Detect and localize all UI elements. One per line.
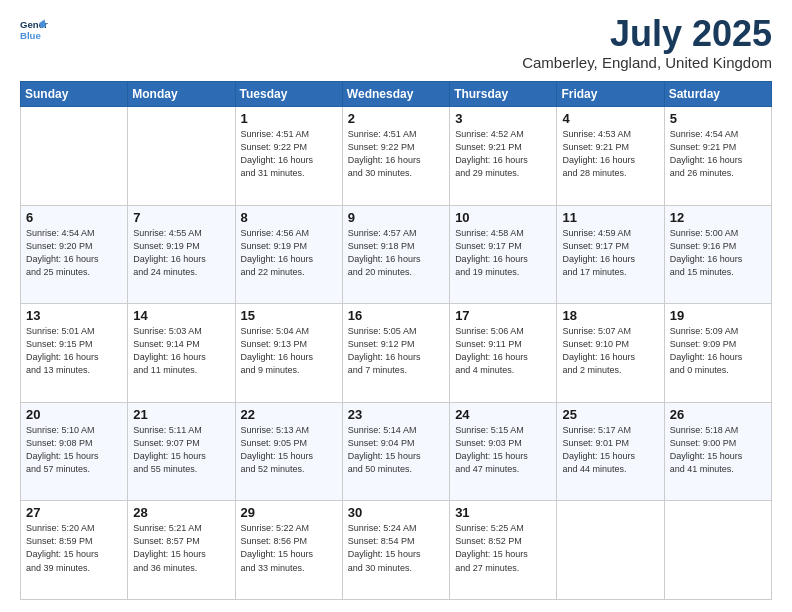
day-number: 28 bbox=[133, 505, 229, 520]
calendar-cell: 13Sunrise: 5:01 AM Sunset: 9:15 PM Dayli… bbox=[21, 304, 128, 403]
day-info: Sunrise: 5:25 AM Sunset: 8:52 PM Dayligh… bbox=[455, 522, 551, 574]
weekday-header-row: SundayMondayTuesdayWednesdayThursdayFrid… bbox=[21, 82, 772, 107]
day-number: 6 bbox=[26, 210, 122, 225]
day-number: 24 bbox=[455, 407, 551, 422]
calendar-cell: 27Sunrise: 5:20 AM Sunset: 8:59 PM Dayli… bbox=[21, 501, 128, 600]
day-info: Sunrise: 4:54 AM Sunset: 9:20 PM Dayligh… bbox=[26, 227, 122, 279]
day-number: 2 bbox=[348, 111, 444, 126]
calendar-cell: 23Sunrise: 5:14 AM Sunset: 9:04 PM Dayli… bbox=[342, 402, 449, 501]
calendar-cell: 6Sunrise: 4:54 AM Sunset: 9:20 PM Daylig… bbox=[21, 205, 128, 304]
day-number: 22 bbox=[241, 407, 337, 422]
day-info: Sunrise: 4:57 AM Sunset: 9:18 PM Dayligh… bbox=[348, 227, 444, 279]
day-number: 31 bbox=[455, 505, 551, 520]
day-info: Sunrise: 5:15 AM Sunset: 9:03 PM Dayligh… bbox=[455, 424, 551, 476]
day-number: 10 bbox=[455, 210, 551, 225]
calendar-cell: 24Sunrise: 5:15 AM Sunset: 9:03 PM Dayli… bbox=[450, 402, 557, 501]
calendar-table: SundayMondayTuesdayWednesdayThursdayFrid… bbox=[20, 81, 772, 600]
calendar-cell: 16Sunrise: 5:05 AM Sunset: 9:12 PM Dayli… bbox=[342, 304, 449, 403]
day-info: Sunrise: 5:04 AM Sunset: 9:13 PM Dayligh… bbox=[241, 325, 337, 377]
day-info: Sunrise: 5:06 AM Sunset: 9:11 PM Dayligh… bbox=[455, 325, 551, 377]
day-info: Sunrise: 4:59 AM Sunset: 9:17 PM Dayligh… bbox=[562, 227, 658, 279]
day-info: Sunrise: 5:03 AM Sunset: 9:14 PM Dayligh… bbox=[133, 325, 229, 377]
calendar-cell bbox=[128, 107, 235, 206]
logo-icon: General Blue bbox=[20, 16, 48, 44]
calendar-cell: 14Sunrise: 5:03 AM Sunset: 9:14 PM Dayli… bbox=[128, 304, 235, 403]
weekday-header-tuesday: Tuesday bbox=[235, 82, 342, 107]
day-number: 23 bbox=[348, 407, 444, 422]
calendar-cell: 9Sunrise: 4:57 AM Sunset: 9:18 PM Daylig… bbox=[342, 205, 449, 304]
calendar-cell: 10Sunrise: 4:58 AM Sunset: 9:17 PM Dayli… bbox=[450, 205, 557, 304]
calendar-cell: 12Sunrise: 5:00 AM Sunset: 9:16 PM Dayli… bbox=[664, 205, 771, 304]
day-number: 21 bbox=[133, 407, 229, 422]
calendar-cell: 18Sunrise: 5:07 AM Sunset: 9:10 PM Dayli… bbox=[557, 304, 664, 403]
calendar-cell: 30Sunrise: 5:24 AM Sunset: 8:54 PM Dayli… bbox=[342, 501, 449, 600]
day-info: Sunrise: 5:09 AM Sunset: 9:09 PM Dayligh… bbox=[670, 325, 766, 377]
day-info: Sunrise: 5:10 AM Sunset: 9:08 PM Dayligh… bbox=[26, 424, 122, 476]
calendar-cell: 1Sunrise: 4:51 AM Sunset: 9:22 PM Daylig… bbox=[235, 107, 342, 206]
calendar-cell: 19Sunrise: 5:09 AM Sunset: 9:09 PM Dayli… bbox=[664, 304, 771, 403]
title-block: July 2025 Camberley, England, United Kin… bbox=[522, 16, 772, 71]
day-info: Sunrise: 4:51 AM Sunset: 9:22 PM Dayligh… bbox=[241, 128, 337, 180]
calendar-cell: 15Sunrise: 5:04 AM Sunset: 9:13 PM Dayli… bbox=[235, 304, 342, 403]
day-number: 16 bbox=[348, 308, 444, 323]
day-info: Sunrise: 5:20 AM Sunset: 8:59 PM Dayligh… bbox=[26, 522, 122, 574]
day-number: 1 bbox=[241, 111, 337, 126]
day-info: Sunrise: 4:52 AM Sunset: 9:21 PM Dayligh… bbox=[455, 128, 551, 180]
day-info: Sunrise: 4:54 AM Sunset: 9:21 PM Dayligh… bbox=[670, 128, 766, 180]
day-number: 9 bbox=[348, 210, 444, 225]
day-number: 30 bbox=[348, 505, 444, 520]
day-number: 14 bbox=[133, 308, 229, 323]
day-number: 4 bbox=[562, 111, 658, 126]
day-info: Sunrise: 5:07 AM Sunset: 9:10 PM Dayligh… bbox=[562, 325, 658, 377]
day-info: Sunrise: 5:05 AM Sunset: 9:12 PM Dayligh… bbox=[348, 325, 444, 377]
day-number: 19 bbox=[670, 308, 766, 323]
main-title: July 2025 bbox=[522, 16, 772, 52]
calendar-cell bbox=[557, 501, 664, 600]
day-number: 15 bbox=[241, 308, 337, 323]
calendar-cell: 17Sunrise: 5:06 AM Sunset: 9:11 PM Dayli… bbox=[450, 304, 557, 403]
calendar-cell: 4Sunrise: 4:53 AM Sunset: 9:21 PM Daylig… bbox=[557, 107, 664, 206]
day-info: Sunrise: 4:58 AM Sunset: 9:17 PM Dayligh… bbox=[455, 227, 551, 279]
header: General Blue July 2025 Camberley, Englan… bbox=[20, 16, 772, 71]
day-info: Sunrise: 5:14 AM Sunset: 9:04 PM Dayligh… bbox=[348, 424, 444, 476]
calendar-cell: 21Sunrise: 5:11 AM Sunset: 9:07 PM Dayli… bbox=[128, 402, 235, 501]
weekday-header-monday: Monday bbox=[128, 82, 235, 107]
calendar-cell: 2Sunrise: 4:51 AM Sunset: 9:22 PM Daylig… bbox=[342, 107, 449, 206]
calendar-cell: 8Sunrise: 4:56 AM Sunset: 9:19 PM Daylig… bbox=[235, 205, 342, 304]
day-number: 5 bbox=[670, 111, 766, 126]
day-number: 11 bbox=[562, 210, 658, 225]
day-number: 25 bbox=[562, 407, 658, 422]
day-info: Sunrise: 4:51 AM Sunset: 9:22 PM Dayligh… bbox=[348, 128, 444, 180]
day-info: Sunrise: 5:11 AM Sunset: 9:07 PM Dayligh… bbox=[133, 424, 229, 476]
subtitle: Camberley, England, United Kingdom bbox=[522, 54, 772, 71]
day-number: 7 bbox=[133, 210, 229, 225]
calendar-cell: 29Sunrise: 5:22 AM Sunset: 8:56 PM Dayli… bbox=[235, 501, 342, 600]
day-number: 26 bbox=[670, 407, 766, 422]
day-number: 12 bbox=[670, 210, 766, 225]
day-number: 3 bbox=[455, 111, 551, 126]
day-info: Sunrise: 5:01 AM Sunset: 9:15 PM Dayligh… bbox=[26, 325, 122, 377]
calendar-cell bbox=[21, 107, 128, 206]
day-number: 20 bbox=[26, 407, 122, 422]
weekday-header-wednesday: Wednesday bbox=[342, 82, 449, 107]
weekday-header-saturday: Saturday bbox=[664, 82, 771, 107]
day-info: Sunrise: 5:22 AM Sunset: 8:56 PM Dayligh… bbox=[241, 522, 337, 574]
day-info: Sunrise: 4:56 AM Sunset: 9:19 PM Dayligh… bbox=[241, 227, 337, 279]
weekday-header-friday: Friday bbox=[557, 82, 664, 107]
calendar-week-3: 13Sunrise: 5:01 AM Sunset: 9:15 PM Dayli… bbox=[21, 304, 772, 403]
day-number: 13 bbox=[26, 308, 122, 323]
calendar-cell: 22Sunrise: 5:13 AM Sunset: 9:05 PM Dayli… bbox=[235, 402, 342, 501]
day-info: Sunrise: 5:13 AM Sunset: 9:05 PM Dayligh… bbox=[241, 424, 337, 476]
day-number: 18 bbox=[562, 308, 658, 323]
calendar-cell: 20Sunrise: 5:10 AM Sunset: 9:08 PM Dayli… bbox=[21, 402, 128, 501]
calendar-cell: 31Sunrise: 5:25 AM Sunset: 8:52 PM Dayli… bbox=[450, 501, 557, 600]
day-info: Sunrise: 5:18 AM Sunset: 9:00 PM Dayligh… bbox=[670, 424, 766, 476]
day-info: Sunrise: 4:55 AM Sunset: 9:19 PM Dayligh… bbox=[133, 227, 229, 279]
day-info: Sunrise: 5:00 AM Sunset: 9:16 PM Dayligh… bbox=[670, 227, 766, 279]
calendar-cell: 25Sunrise: 5:17 AM Sunset: 9:01 PM Dayli… bbox=[557, 402, 664, 501]
day-info: Sunrise: 5:17 AM Sunset: 9:01 PM Dayligh… bbox=[562, 424, 658, 476]
calendar-week-4: 20Sunrise: 5:10 AM Sunset: 9:08 PM Dayli… bbox=[21, 402, 772, 501]
calendar-week-1: 1Sunrise: 4:51 AM Sunset: 9:22 PM Daylig… bbox=[21, 107, 772, 206]
weekday-header-sunday: Sunday bbox=[21, 82, 128, 107]
calendar-cell: 3Sunrise: 4:52 AM Sunset: 9:21 PM Daylig… bbox=[450, 107, 557, 206]
